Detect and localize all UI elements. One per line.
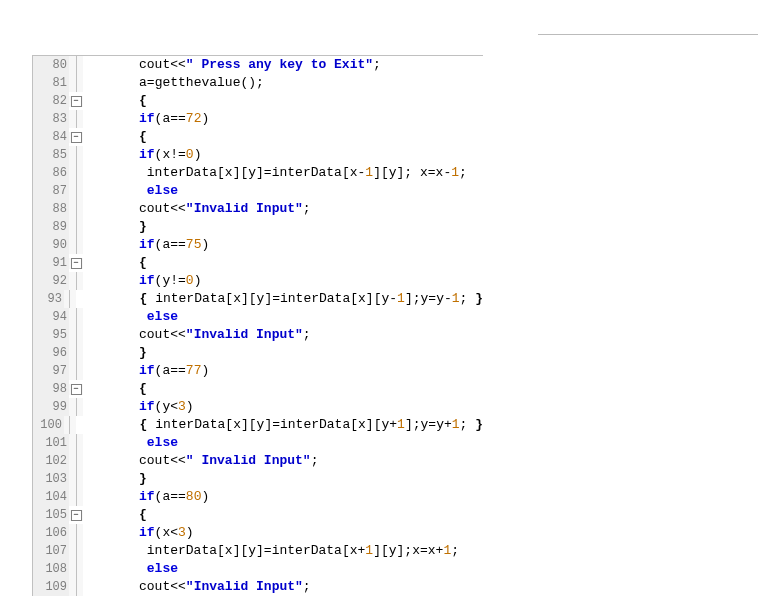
code-content[interactable]: cout<<"Invalid Input"; <box>83 200 311 218</box>
code-line[interactable]: 90if(a==75) <box>33 236 483 254</box>
token-id: interData <box>139 164 217 182</box>
token-brace: { <box>139 128 147 146</box>
code-content[interactable]: } <box>83 344 147 362</box>
code-content[interactable]: else <box>83 560 178 578</box>
code-line[interactable]: 89} <box>33 218 483 236</box>
fold-minus-icon[interactable]: − <box>71 132 82 143</box>
code-content[interactable]: if(a==72) <box>83 110 209 128</box>
code-line[interactable]: 84−{ <box>33 128 483 146</box>
code-line[interactable]: 83if(a==72) <box>33 110 483 128</box>
code-content[interactable]: interData[x][y]=interData[x-1][y]; x=x-1… <box>83 164 467 182</box>
code-content[interactable]: { <box>83 254 147 272</box>
code-content[interactable]: { <box>83 128 147 146</box>
code-line[interactable]: 101 else <box>33 434 483 452</box>
code-content[interactable]: interData[x][y]=interData[x+1][y];x=x+1; <box>83 542 459 560</box>
token-sym: == <box>170 236 186 254</box>
token-sym: << <box>170 452 186 470</box>
code-line[interactable]: 96} <box>33 344 483 362</box>
code-line[interactable]: 107 interData[x][y]=interData[x+1][y];x=… <box>33 542 483 560</box>
token-sym: ( <box>155 362 163 380</box>
token-id: y <box>436 290 444 308</box>
token-kw: if <box>139 146 155 164</box>
token-id: x <box>225 542 233 560</box>
code-line[interactable]: 104if(a==80) <box>33 488 483 506</box>
token-sym: + <box>436 542 444 560</box>
code-editor[interactable]: 80cout<<" Press any key to Exit";81a=get… <box>32 55 483 596</box>
code-line[interactable]: 109cout<<"Invalid Input"; <box>33 578 483 596</box>
fold-minus-icon[interactable]: − <box>71 96 82 107</box>
token-kw: if <box>139 110 155 128</box>
code-line[interactable]: 106if(x<3) <box>33 524 483 542</box>
code-content[interactable]: { <box>83 506 147 524</box>
token-sym: ; <box>460 290 476 308</box>
code-content[interactable]: } <box>83 470 147 488</box>
token-sym: (); <box>240 74 263 92</box>
code-content[interactable]: if(y<3) <box>83 398 194 416</box>
code-line[interactable]: 103} <box>33 470 483 488</box>
code-content[interactable]: else <box>83 308 178 326</box>
code-content[interactable]: } <box>83 218 147 236</box>
token-num: 75 <box>186 236 202 254</box>
code-line[interactable]: 98−{ <box>33 380 483 398</box>
code-content[interactable]: { <box>83 380 147 398</box>
token-sym: ; <box>460 416 476 434</box>
fold-gutter[interactable]: − <box>69 510 83 521</box>
fold-gutter[interactable]: − <box>69 132 83 143</box>
code-line[interactable]: 80cout<<" Press any key to Exit"; <box>33 56 483 74</box>
token-sym: [ <box>225 290 233 308</box>
code-line[interactable]: 86 interData[x][y]=interData[x-1][y]; x=… <box>33 164 483 182</box>
fold-gutter <box>69 578 83 596</box>
token-brace: { <box>132 416 155 434</box>
code-line[interactable]: 81a=getthevalue(); <box>33 74 483 92</box>
token-sym: - <box>443 164 451 182</box>
fold-gutter[interactable]: − <box>69 384 83 395</box>
code-content[interactable]: cout<<"Invalid Input"; <box>83 578 311 596</box>
code-content[interactable]: { interData[x][y]=interData[x][y-1];y=y-… <box>76 290 483 308</box>
code-content[interactable]: if(x<3) <box>83 524 194 542</box>
token-sym: ; <box>373 56 381 74</box>
line-number: 108 <box>33 560 69 578</box>
code-content[interactable]: if(x!=0) <box>83 146 201 164</box>
code-line[interactable]: 97if(a==77) <box>33 362 483 380</box>
code-line[interactable]: 95cout<<"Invalid Input"; <box>33 326 483 344</box>
code-line[interactable]: 92if(y!=0) <box>33 272 483 290</box>
code-line[interactable]: 108 else <box>33 560 483 578</box>
fold-minus-icon[interactable]: − <box>71 510 82 521</box>
code-line[interactable]: 82−{ <box>33 92 483 110</box>
code-content[interactable]: if(a==80) <box>83 488 209 506</box>
token-id: interData <box>272 542 342 560</box>
fold-minus-icon[interactable]: − <box>71 258 82 269</box>
code-line[interactable]: 85if(x!=0) <box>33 146 483 164</box>
code-content[interactable]: a=getthevalue(); <box>83 74 264 92</box>
fold-gutter[interactable]: − <box>69 96 83 107</box>
code-content[interactable]: if(a==75) <box>83 236 209 254</box>
code-content[interactable]: { interData[x][y]=interData[x][y+1];y=y+… <box>76 416 483 434</box>
code-line[interactable]: 88cout<<"Invalid Input"; <box>33 200 483 218</box>
code-content[interactable]: if(a==77) <box>83 362 209 380</box>
code-content[interactable]: cout<<" Invalid Input"; <box>83 452 318 470</box>
line-number: 81 <box>33 74 69 92</box>
fold-gutter <box>69 272 83 290</box>
code-line[interactable]: 94 else <box>33 308 483 326</box>
code-content[interactable]: cout<<"Invalid Input"; <box>83 326 311 344</box>
code-content[interactable]: { <box>83 92 147 110</box>
token-sym: ) <box>194 146 202 164</box>
code-line[interactable]: 99if(y<3) <box>33 398 483 416</box>
token-sym: < <box>170 524 178 542</box>
code-line[interactable]: 100 { interData[x][y]=interData[x][y+1];… <box>33 416 483 434</box>
code-content[interactable]: if(y!=0) <box>83 272 201 290</box>
fold-gutter[interactable]: − <box>69 258 83 269</box>
token-id: x <box>162 146 170 164</box>
fold-gutter <box>69 146 83 164</box>
token-sym: < <box>170 398 178 416</box>
code-content[interactable]: else <box>83 434 178 452</box>
fold-minus-icon[interactable]: − <box>71 384 82 395</box>
code-line[interactable]: 102cout<<" Invalid Input"; <box>33 452 483 470</box>
code-content[interactable]: else <box>83 182 178 200</box>
code-line[interactable]: 91−{ <box>33 254 483 272</box>
code-line[interactable]: 105−{ <box>33 506 483 524</box>
code-line[interactable]: 87 else <box>33 182 483 200</box>
code-line[interactable]: 93 { interData[x][y]=interData[x][y-1];y… <box>33 290 483 308</box>
token-sym: == <box>170 488 186 506</box>
code-content[interactable]: cout<<" Press any key to Exit"; <box>83 56 381 74</box>
